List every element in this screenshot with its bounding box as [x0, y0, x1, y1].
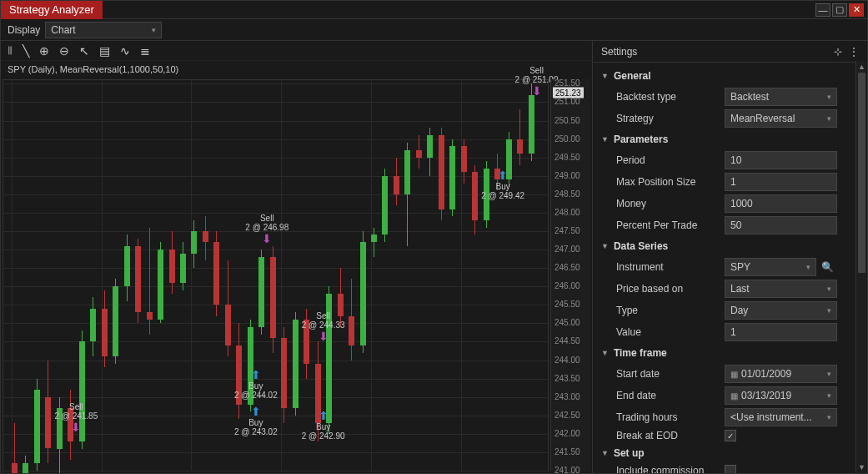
start-date-input[interactable]: ▦01/01/2009▾ [725, 365, 837, 383]
close-button[interactable]: ✕ [849, 3, 864, 17]
strategy-value: MeanReversal [730, 113, 795, 124]
display-select-value: Chart [51, 24, 75, 36]
section-dataseries[interactable]: ▼Data Series [601, 236, 864, 256]
search-icon[interactable]: 🔍 [821, 261, 834, 273]
indicator-icon[interactable]: ∿ [120, 44, 130, 58]
period-label: Period [616, 154, 725, 166]
backtest-type-select[interactable]: Backtest▾ [725, 88, 837, 106]
caret-down-icon: ▼ [601, 242, 609, 250]
ppt-input[interactable]: 50 [725, 216, 837, 234]
buy-marker: ⬆Buy2 @ 243.02 [231, 405, 281, 436]
zoom-in-icon[interactable]: ⊕ [39, 44, 49, 58]
buy-marker: ⬆Buy2 @ 242.90 [299, 409, 349, 441]
buy-marker: ⬆Buy2 @ 244.02 [231, 368, 281, 400]
chevron-down-icon: ▾ [827, 306, 831, 315]
sell-marker: Sell2 @ 246.98⬇ [242, 214, 292, 245]
end-date-input[interactable]: ▦03/13/2019▾ [725, 386, 837, 405]
trading-hours-select[interactable]: <Use instrument...▾ [725, 408, 837, 426]
maximize-button[interactable]: ▢ [832, 3, 847, 17]
settings-menu-icon[interactable]: ⋮ [849, 46, 859, 58]
caret-down-icon: ▼ [601, 449, 609, 457]
scroll-thumb[interactable] [858, 73, 865, 273]
last-price-badge: 251.23 [553, 88, 584, 98]
sell-marker: Sell2 @ 241.85⬇ [51, 402, 101, 434]
start-date-value: 01/01/2009 [741, 368, 791, 380]
period-input[interactable]: 10 [725, 151, 837, 169]
chart-info-label: SPY (Daily), MeanReversal(1,1000,50,10) [1, 61, 592, 78]
display-select[interactable]: Chart ▾ [45, 22, 162, 38]
sell-marker: Sell2 @ 244.33⬇ [299, 311, 349, 343]
ds-value-value: 1 [730, 326, 736, 338]
chevron-down-icon: ▾ [827, 391, 831, 400]
chart-plot[interactable]: Sell2 @ 241.85⬇Sell2 @ 246.98⬇⬆Buy2 @ 24… [3, 79, 549, 471]
minimize-button[interactable]: — [815, 3, 830, 17]
max-pos-value: 1 [730, 176, 736, 188]
chevron-down-icon: ▾ [827, 285, 831, 293]
scroll-up-icon[interactable]: ▲ [856, 61, 867, 73]
section-setup-title: Set up [614, 447, 645, 459]
zoom-out-icon[interactable]: ⊖ [59, 44, 69, 58]
scroll-down-icon[interactable]: ▼ [856, 461, 867, 473]
backtest-type-label: Backtest type [616, 91, 725, 103]
end-date-label: End date [616, 390, 725, 401]
money-value: 1000 [730, 198, 753, 209]
section-parameters-title: Parameters [614, 134, 668, 145]
trading-hours-value: <Use instrument... [730, 411, 812, 423]
max-pos-label: Max Position Size [616, 176, 725, 188]
buy-marker: ⬆Buy2 @ 249.42 [478, 169, 528, 200]
chevron-down-icon: ▾ [827, 370, 831, 378]
instrument-select[interactable]: SPY▾ [725, 258, 816, 276]
break-eod-checkbox[interactable]: ✓ [725, 430, 736, 441]
calendar-icon: ▦ [730, 391, 738, 401]
end-date-value: 03/13/2019 [741, 390, 791, 401]
pbo-select[interactable]: Last▾ [725, 280, 837, 298]
cursor-icon[interactable]: ↖ [79, 44, 89, 58]
chevron-down-icon: ▾ [152, 26, 156, 34]
max-pos-input[interactable]: 1 [725, 173, 837, 191]
ppt-label: Percent Per Trade [616, 219, 725, 231]
candlestick-icon[interactable]: ⫴ [8, 43, 13, 58]
strategy-select[interactable]: MeanReversal▾ [725, 109, 837, 128]
strategy-label: Strategy [616, 113, 725, 124]
pbo-value: Last [730, 283, 750, 295]
settings-scrollbar[interactable]: ▲ ▼ [855, 61, 867, 473]
include-commission-label: Include commission [616, 465, 725, 473]
caret-down-icon: ▼ [601, 349, 609, 357]
ds-type-label: Type [616, 305, 725, 316]
section-setup[interactable]: ▼Set up [601, 443, 864, 463]
trading-hours-label: Trading hours [616, 411, 725, 423]
list-icon[interactable]: ≣ [140, 44, 150, 58]
chevron-down-icon: ▾ [806, 263, 810, 271]
start-date-label: Start date [616, 368, 725, 380]
pin-icon[interactable]: ⊹ [834, 46, 842, 58]
ds-type-select[interactable]: Day▾ [725, 301, 837, 320]
pbo-label: Price based on [616, 283, 725, 295]
money-label: Money [616, 198, 725, 209]
draw-line-icon[interactable]: ╲ [23, 44, 29, 58]
ds-type-value: Day [730, 305, 748, 316]
section-general-title: General [614, 70, 651, 82]
settings-title: Settings [601, 46, 637, 58]
chevron-down-icon: ▾ [827, 413, 831, 421]
section-parameters[interactable]: ▼Parameters [601, 129, 864, 149]
ppt-value: 50 [730, 219, 741, 231]
ds-value-input[interactable]: 1 [725, 323, 837, 341]
data-box-icon[interactable]: ▤ [99, 44, 110, 58]
caret-down-icon: ▼ [601, 135, 609, 144]
caret-down-icon: ▼ [601, 72, 609, 80]
chevron-down-icon: ▾ [827, 114, 831, 123]
chevron-down-icon: ▾ [827, 93, 831, 101]
display-label: Display [8, 24, 40, 36]
chart-y-axis: 241.00241.50242.00242.50243.00243.50244.… [550, 79, 590, 471]
section-timeframe[interactable]: ▼Time frame [601, 343, 864, 363]
instrument-value: SPY [730, 261, 750, 273]
break-eod-label: Break at EOD [616, 430, 725, 441]
period-value: 10 [730, 154, 741, 166]
section-general[interactable]: ▼General [601, 66, 864, 86]
section-dataseries-title: Data Series [614, 240, 668, 252]
money-input[interactable]: 1000 [725, 194, 837, 213]
backtest-type-value: Backtest [730, 91, 769, 103]
section-timeframe-title: Time frame [614, 347, 667, 359]
include-commission-checkbox[interactable] [725, 465, 736, 473]
instrument-label: Instrument [616, 261, 725, 273]
